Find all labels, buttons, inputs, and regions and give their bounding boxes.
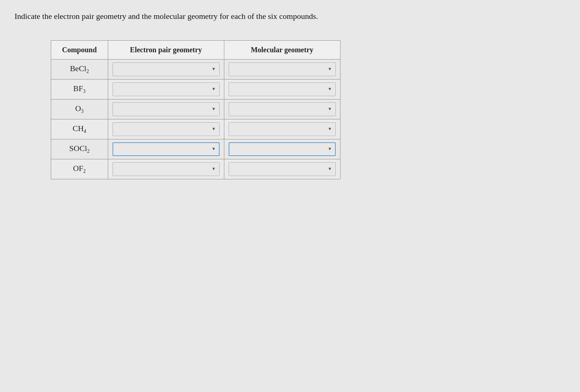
- molecular-geometry-wrapper-5: lineartrigonal planarbenttetrahedraltrig…: [229, 162, 336, 176]
- table-wrapper: Compound Electron pair geometry Molecula…: [51, 40, 340, 179]
- electron-pair-geometry-select-0[interactable]: lineartrigonal planarbenttetrahedraltrig…: [113, 62, 220, 76]
- molecular-geometry-cell-3: lineartrigonal planarbenttetrahedraltrig…: [224, 119, 340, 139]
- electron-pair-geometry-wrapper-0: lineartrigonal planarbenttetrahedraltrig…: [113, 62, 220, 76]
- compound-cell-1: BF3: [51, 79, 108, 99]
- molecular-geometry-cell-2: lineartrigonal planarbenttetrahedraltrig…: [224, 99, 340, 119]
- electron-pair-geometry-cell-5: lineartrigonal planarbenttetrahedraltrig…: [108, 159, 224, 179]
- electron-pair-geometry-wrapper-2: lineartrigonal planarbenttetrahedraltrig…: [113, 102, 220, 116]
- electron-pair-geometry-cell-2: lineartrigonal planarbenttetrahedraltrig…: [108, 99, 224, 119]
- molecular-geometry-cell-0: lineartrigonal planarbenttetrahedraltrig…: [224, 59, 340, 79]
- electron-pair-geometry-wrapper-3: lineartrigonal planarbenttetrahedraltrig…: [113, 122, 220, 136]
- electron-pair-geometry-wrapper-4: lineartrigonal planarbenttetrahedraltrig…: [113, 142, 220, 156]
- molecular-geometry-select-2[interactable]: lineartrigonal planarbenttetrahedraltrig…: [229, 102, 336, 116]
- header-molecular: Molecular geometry: [224, 40, 340, 59]
- instruction-text: Indicate the electron pair geometry and …: [15, 11, 565, 22]
- molecular-geometry-wrapper-0: lineartrigonal planarbenttetrahedraltrig…: [229, 62, 336, 76]
- electron-pair-geometry-select-5[interactable]: lineartrigonal planarbenttetrahedraltrig…: [113, 162, 220, 176]
- electron-pair-geometry-select-3[interactable]: lineartrigonal planarbenttetrahedraltrig…: [113, 122, 220, 136]
- electron-pair-geometry-select-1[interactable]: lineartrigonal planarbenttetrahedraltrig…: [113, 82, 220, 96]
- electron-pair-geometry-cell-0: lineartrigonal planarbenttetrahedraltrig…: [108, 59, 224, 79]
- compound-cell-3: CH4: [51, 119, 108, 139]
- compound-cell-4: SOCl2: [51, 139, 108, 159]
- molecular-geometry-select-5[interactable]: lineartrigonal planarbenttetrahedraltrig…: [229, 162, 336, 176]
- electron-pair-geometry-select-4[interactable]: lineartrigonal planarbenttetrahedraltrig…: [113, 142, 220, 156]
- header-electron-pair: Electron pair geometry: [108, 40, 224, 59]
- molecular-geometry-wrapper-2: lineartrigonal planarbenttetrahedraltrig…: [229, 102, 336, 116]
- electron-pair-geometry-wrapper-1: lineartrigonal planarbenttetrahedraltrig…: [113, 82, 220, 96]
- electron-pair-geometry-cell-1: lineartrigonal planarbenttetrahedraltrig…: [108, 79, 224, 99]
- compound-cell-0: BeCl2: [51, 59, 108, 79]
- molecular-geometry-cell-5: lineartrigonal planarbenttetrahedraltrig…: [224, 159, 340, 179]
- geometry-table: Compound Electron pair geometry Molecula…: [51, 40, 340, 179]
- molecular-geometry-select-0[interactable]: lineartrigonal planarbenttetrahedraltrig…: [229, 62, 336, 76]
- molecular-geometry-wrapper-3: lineartrigonal planarbenttetrahedraltrig…: [229, 122, 336, 136]
- electron-pair-geometry-cell-3: lineartrigonal planarbenttetrahedraltrig…: [108, 119, 224, 139]
- molecular-geometry-select-4[interactable]: lineartrigonal planarbenttetrahedraltrig…: [229, 142, 336, 156]
- compound-cell-2: O3: [51, 99, 108, 119]
- molecular-geometry-select-3[interactable]: lineartrigonal planarbenttetrahedraltrig…: [229, 122, 336, 136]
- molecular-geometry-wrapper-1: lineartrigonal planarbenttetrahedraltrig…: [229, 82, 336, 96]
- molecular-geometry-select-1[interactable]: lineartrigonal planarbenttetrahedraltrig…: [229, 82, 336, 96]
- electron-pair-geometry-wrapper-5: lineartrigonal planarbenttetrahedraltrig…: [113, 162, 220, 176]
- electron-pair-geometry-select-2[interactable]: lineartrigonal planarbenttetrahedraltrig…: [113, 102, 220, 116]
- molecular-geometry-wrapper-4: lineartrigonal planarbenttetrahedraltrig…: [229, 142, 336, 156]
- molecular-geometry-cell-1: lineartrigonal planarbenttetrahedraltrig…: [224, 79, 340, 99]
- molecular-geometry-cell-4: lineartrigonal planarbenttetrahedraltrig…: [224, 139, 340, 159]
- compound-cell-5: OF2: [51, 159, 108, 179]
- electron-pair-geometry-cell-4: lineartrigonal planarbenttetrahedraltrig…: [108, 139, 224, 159]
- header-compound: Compound: [51, 40, 108, 59]
